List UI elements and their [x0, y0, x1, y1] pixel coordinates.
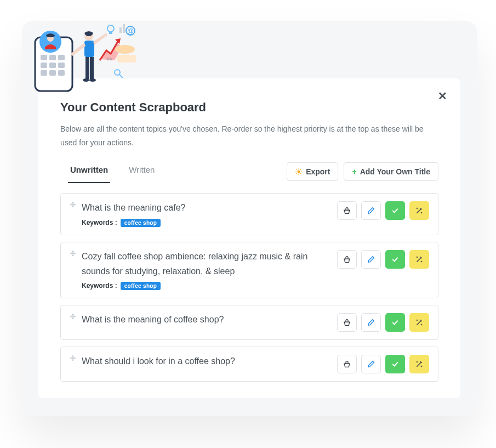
item-body: What is the meaning of coffee shop?: [82, 312, 337, 327]
svg-point-18: [107, 25, 114, 32]
item-actions: [337, 354, 429, 373]
basket-icon: [343, 206, 351, 215]
svg-rect-1: [41, 55, 47, 60]
item-actions: [337, 249, 429, 269]
topic-list: What is the meaning cafe?Keywords :coffe…: [60, 193, 438, 382]
svg-rect-14: [85, 57, 89, 79]
svg-text:10k: 10k: [106, 57, 113, 61]
svg-rect-5: [49, 63, 56, 68]
check-icon: [391, 318, 400, 327]
svg-point-26: [115, 70, 120, 75]
item-body: What should i look for in a coffee shop?: [82, 354, 337, 368]
svg-point-24: [115, 45, 135, 54]
wand-icon: [415, 318, 424, 327]
svg-rect-22: [119, 27, 122, 33]
topic-title: What is the meaning cafe?: [82, 200, 332, 215]
svg-point-11: [47, 35, 54, 42]
item-body: What is the meaning cafe?Keywords :coffe…: [82, 200, 337, 226]
wand-icon: [415, 360, 424, 368]
topic-item: Cozy fall coffee shop ambience: relaxing…: [60, 242, 438, 298]
topic-title: Cozy fall coffee shop ambience: relaxing…: [82, 249, 332, 279]
tabs: Unwritten Written: [60, 160, 157, 183]
pencil-icon: [367, 256, 375, 263]
drag-handle-icon[interactable]: [70, 201, 76, 208]
edit-button[interactable]: [361, 313, 381, 332]
svg-rect-3: [58, 55, 65, 60]
topic-title: What should i look for in a coffee shop?: [82, 354, 332, 368]
pencil-icon: [367, 207, 375, 214]
basket-button[interactable]: [337, 201, 357, 220]
tab-unwritten[interactable]: Unwritten: [68, 160, 110, 183]
pencil-icon: [367, 319, 375, 326]
export-label: Export: [306, 167, 330, 176]
keyword-tag[interactable]: coffee shop: [121, 282, 161, 290]
add-title-button[interactable]: + Add Your Own Title: [344, 162, 438, 181]
basket-icon: [343, 255, 351, 264]
basket-button[interactable]: [337, 355, 357, 373]
keywords-row: Keywords :coffee shop: [82, 219, 332, 227]
svg-point-10: [39, 31, 61, 53]
basket-button[interactable]: [337, 313, 357, 332]
svg-rect-4: [41, 63, 47, 68]
basket-icon: [343, 360, 351, 368]
edit-button[interactable]: [361, 355, 381, 373]
drag-handle-icon[interactable]: [70, 313, 76, 320]
svg-line-35: [300, 173, 301, 174]
export-button[interactable]: Export: [287, 162, 338, 181]
svg-point-20: [126, 26, 135, 35]
edit-button[interactable]: [361, 250, 381, 269]
toolbar: Unwritten Written Export + Add Your Own …: [60, 160, 438, 183]
svg-rect-7: [41, 70, 47, 76]
basket-icon: [343, 318, 351, 327]
approve-button[interactable]: [385, 355, 405, 373]
svg-text:@: @: [127, 27, 134, 35]
topic-title: What is the meaning of coffee shop?: [82, 312, 332, 327]
keywords-label: Keywords :: [82, 219, 117, 226]
check-icon: [391, 206, 400, 215]
svg-line-37: [300, 169, 301, 170]
app-background: @ 10k ✕ Your Content Scrapboard Below ar…: [22, 21, 477, 416]
sun-icon: [295, 168, 303, 175]
item-actions: [337, 312, 429, 332]
magic-button[interactable]: [409, 201, 429, 220]
svg-rect-25: [117, 55, 136, 63]
approve-button[interactable]: [385, 313, 405, 332]
svg-line-36: [297, 173, 297, 174]
approve-button[interactable]: [385, 201, 405, 220]
check-icon: [391, 255, 400, 264]
svg-line-27: [119, 75, 123, 78]
magic-button[interactable]: [409, 250, 429, 269]
svg-rect-19: [109, 32, 112, 34]
svg-rect-13: [84, 41, 94, 57]
keyword-tag[interactable]: coffee shop: [121, 219, 161, 227]
svg-rect-6: [58, 63, 65, 68]
topic-item: What should i look for in a coffee shop?: [60, 347, 438, 382]
edit-button[interactable]: [361, 201, 381, 220]
svg-line-34: [297, 169, 297, 170]
magic-button[interactable]: [409, 313, 429, 332]
svg-rect-15: [90, 57, 94, 79]
basket-button[interactable]: [337, 250, 357, 269]
svg-rect-9: [58, 70, 65, 76]
topic-item: What is the meaning cafe?Keywords :coffe…: [60, 193, 438, 235]
approve-button[interactable]: [385, 250, 405, 269]
item-body: Cozy fall coffee shop ambience: relaxing…: [82, 249, 337, 290]
topic-item: What is the meaning of coffee shop?: [60, 305, 438, 340]
svg-rect-23: [123, 24, 125, 33]
pencil-icon: [367, 360, 375, 368]
svg-point-12: [84, 32, 93, 41]
toolbar-actions: Export + Add Your Own Title: [287, 162, 438, 181]
wand-icon: [415, 255, 424, 264]
check-icon: [391, 360, 400, 368]
svg-rect-2: [49, 55, 56, 60]
drag-handle-icon[interactable]: [70, 250, 76, 257]
svg-rect-8: [49, 70, 56, 76]
close-icon[interactable]: ✕: [438, 89, 447, 103]
tab-written[interactable]: Written: [127, 160, 157, 183]
keywords-row: Keywords :coffee shop: [82, 282, 332, 290]
modal-description: Below are all the content topics you've …: [60, 122, 438, 150]
item-actions: [337, 200, 429, 220]
drag-handle-icon[interactable]: [70, 355, 76, 361]
magic-button[interactable]: [409, 355, 429, 373]
scrapboard-modal: ✕ Your Content Scrapboard Below are all …: [38, 78, 460, 398]
